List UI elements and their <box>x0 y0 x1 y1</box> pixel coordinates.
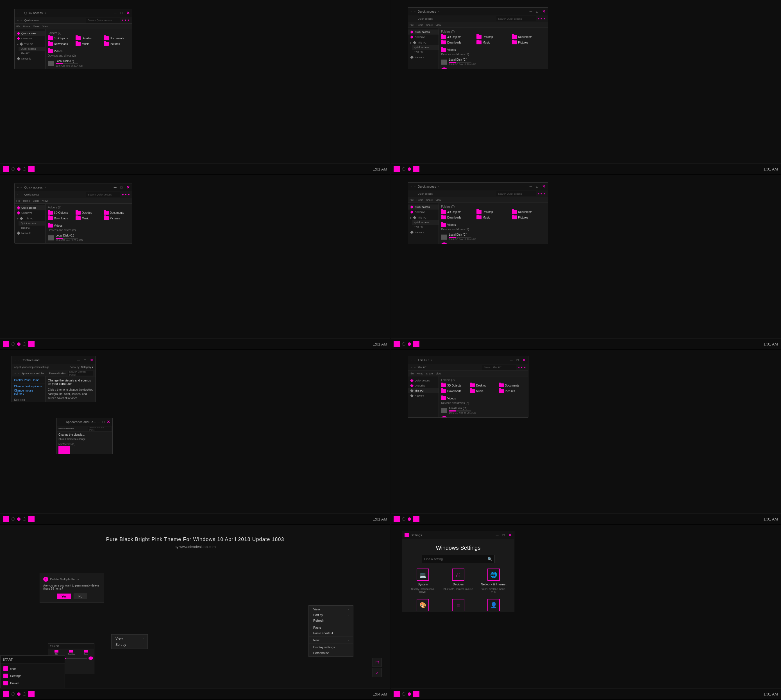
sidebar-3-qa[interactable]: Quick access <box>15 205 45 210</box>
context-new[interactable]: New › <box>309 637 353 643</box>
folder-pictures[interactable]: Pictures <box>103 42 130 46</box>
sidebar-3-sub-pc[interactable]: This PC <box>18 225 45 230</box>
sidebar-2-network[interactable]: Network <box>408 55 439 60</box>
folder-music-3[interactable]: Music <box>75 216 102 220</box>
taskbar-settings-btn[interactable] <box>413 691 419 697</box>
ribbon-tab-file-2[interactable]: File <box>410 23 414 27</box>
folder-documents-6[interactable]: Documents <box>499 383 526 387</box>
sidebar-2-this-pc[interactable]: ▶ This PC <box>408 40 439 45</box>
sidebar-6-net[interactable]: Network <box>408 393 439 398</box>
sidebar-4-od[interactable]: OneDrive <box>408 210 439 215</box>
ribbon-tab-home-2[interactable]: Home <box>417 23 423 27</box>
folder-pictures-4[interactable]: Pictures <box>512 215 546 219</box>
sidebar-4-net[interactable]: Network <box>408 230 439 235</box>
cp-display[interactable]: Display <box>12 402 45 402</box>
sidebar-3-od[interactable]: OneDrive <box>15 210 45 215</box>
folder-3d-3[interactable]: 3D Objects <box>48 211 74 215</box>
folder-desktop-6[interactable]: Desktop <box>470 383 497 387</box>
ribbon-view-6[interactable]: View <box>436 372 441 375</box>
sidebar-onedrive[interactable]: OneDrive <box>15 36 45 41</box>
context-paste[interactable]: Paste <box>309 625 353 630</box>
vs-sort-by[interactable]: Sort by › <box>112 642 147 648</box>
start-item-settings[interactable]: Settings <box>0 672 65 680</box>
cp-change-desktop[interactable]: Change desktop icons <box>12 384 45 388</box>
folder-music[interactable]: Music <box>75 42 102 46</box>
folder-desktop-4[interactable]: Desktop <box>476 210 510 214</box>
ribbon-tab-home[interactable]: Home <box>23 25 30 28</box>
sidebar-2-sub-qa[interactable]: Quick access <box>412 45 439 50</box>
sidebar-4-sub-qa[interactable]: Quick access <box>412 220 439 225</box>
folder-downloads-4[interactable]: Downloads <box>441 215 475 219</box>
ribbon-tab-share[interactable]: Share <box>33 25 40 28</box>
start-button-5[interactable] <box>3 516 9 522</box>
context-display-settings[interactable]: Display settings <box>309 644 353 650</box>
monitor-icon[interactable]: ⬚ <box>372 658 382 667</box>
folder-music-2[interactable]: Music <box>476 40 510 44</box>
folder-music-6[interactable]: Music <box>470 389 497 393</box>
folder-videos-3[interactable]: Videos <box>48 223 130 228</box>
folder-3d-2[interactable]: 3D Objects <box>441 35 475 39</box>
sidebar-4-qa[interactable]: Quick access <box>408 205 439 210</box>
cp-change-mouse[interactable]: Change mouse pointers <box>12 388 45 396</box>
folder-downloads-2[interactable]: Downloads <box>441 40 475 44</box>
drive-d-3[interactable]: DVD Drive (D:) <box>48 243 130 243</box>
dialog-yes-button[interactable]: Yes <box>57 593 71 599</box>
folder-documents[interactable]: Documents <box>103 36 130 40</box>
sound-icon[interactable]: ♪ <box>372 668 382 677</box>
start-item-power[interactable]: Power <box>0 680 65 687</box>
ribbon-home-4[interactable]: Home <box>417 198 423 202</box>
drive-d-6[interactable]: DVD Drive (D:) <box>441 416 526 418</box>
ribbon-tab-view[interactable]: View <box>42 25 48 28</box>
folder-pictures-6[interactable]: Pictures <box>499 389 526 393</box>
folder-documents-4[interactable]: Documents <box>512 210 546 214</box>
sidebar-6-od[interactable]: OneDrive <box>408 383 439 388</box>
ribbon-share-4[interactable]: Share <box>426 198 433 202</box>
folder-desktop-3[interactable]: Desktop <box>75 211 102 215</box>
ribbon-tab-file[interactable]: File <box>16 25 20 28</box>
ribbon-file-4[interactable]: File <box>410 198 414 202</box>
dialog-no-button[interactable]: No <box>73 593 87 599</box>
taskbar-explorer-btn-6[interactable] <box>413 516 419 522</box>
drive-c-6[interactable]: Local Disk (C:) 19.6 GB free of 29.4 GB <box>441 407 526 414</box>
taskbar-cp-btn[interactable] <box>28 516 35 522</box>
settings-apps[interactable]: ≡ Apps <box>443 599 473 612</box>
folder-downloads-3[interactable]: Downloads <box>48 216 74 220</box>
folder-desktop[interactable]: Desktop <box>75 36 102 40</box>
ribbon-tab-view-2[interactable]: View <box>436 23 441 27</box>
context-personalise[interactable]: Personalise <box>309 650 353 656</box>
sidebar-6-qa[interactable]: Quick access <box>408 378 439 383</box>
ribbon-share-3[interactable]: Share <box>33 200 40 202</box>
sidebar-6-pc[interactable]: This PC <box>408 388 439 393</box>
settings-search-bar[interactable]: Find a setting 🔍 <box>422 555 495 563</box>
settings-network[interactable]: 🌐 Network & Internet Wi-Fi, airplane mod… <box>479 568 509 593</box>
sidebar-4-pc[interactable]: ▶ This PC <box>408 215 439 220</box>
folder-3d[interactable]: 3D Objects <box>48 36 74 40</box>
drive-c[interactable]: Local Disk (C:) 19.6 GB free of 29.4 GB <box>48 60 130 67</box>
sidebar-network[interactable]: Network <box>15 56 45 61</box>
drive-d[interactable]: DVD Drive (D:) <box>48 69 130 69</box>
drive-d-4[interactable]: DVD Drive (D:) <box>441 242 546 244</box>
sidebar-2-quick-access[interactable]: Quick access <box>408 30 439 35</box>
ribbon-view-3[interactable]: View <box>42 200 48 202</box>
ribbon-file-6[interactable]: File <box>410 372 414 375</box>
folder-videos-6[interactable]: Videos <box>441 397 526 400</box>
vs-view[interactable]: View › <box>112 635 147 642</box>
ribbon-file-3[interactable]: File <box>16 200 20 202</box>
start-button-7[interactable] <box>3 691 9 697</box>
settings-system[interactable]: 💻 System Display, notifications, power <box>408 568 438 593</box>
sidebar-quick-access[interactable]: Quick access <box>15 31 45 36</box>
settings-devices[interactable]: 🖨 Devices Bluetooth, printers, mouse <box>443 568 473 593</box>
folder-pictures-3[interactable]: Pictures <box>103 216 130 220</box>
start-button-6[interactable] <box>394 516 400 522</box>
folder-pictures-2[interactable]: Pictures <box>512 40 546 44</box>
start-button-3[interactable] <box>3 341 9 347</box>
taskbar-explorer-btn-2[interactable] <box>413 166 419 172</box>
sidebar-3-net[interactable]: Network <box>15 231 45 236</box>
ribbon-tab-share-2[interactable]: Share <box>426 23 433 27</box>
settings-personalisation[interactable]: 🎨 Personalisation <box>408 599 438 612</box>
sidebar-2-onedrive[interactable]: OneDrive <box>408 35 439 40</box>
folder-videos-4[interactable]: Videos <box>441 223 546 227</box>
context-refresh[interactable]: Refresh <box>309 618 353 623</box>
taskbar-explorer-btn-1[interactable] <box>28 166 35 172</box>
sidebar-4-sub-pc[interactable]: This PC <box>412 225 439 229</box>
